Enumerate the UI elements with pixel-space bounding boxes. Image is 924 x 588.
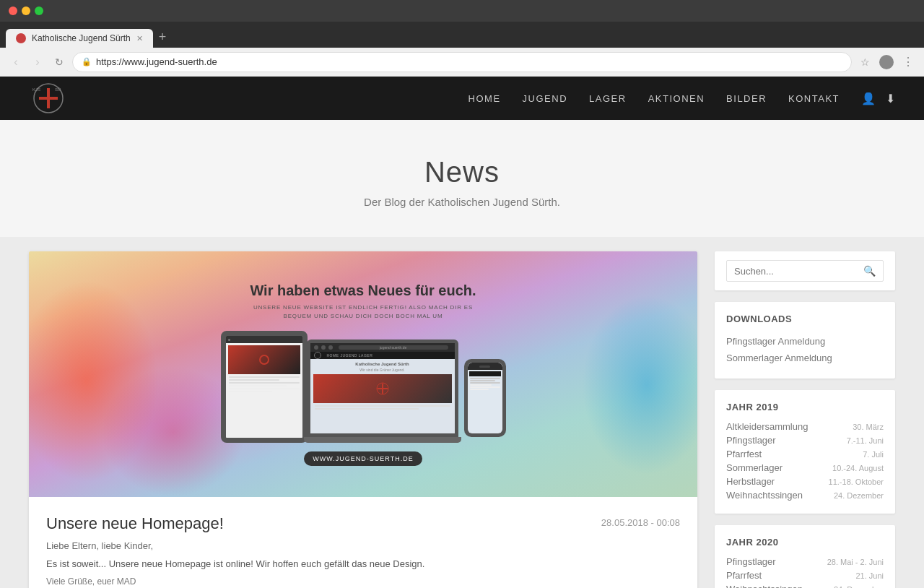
svg-text:KJS: KJS <box>32 87 40 92</box>
post-card: Wir haben etwas Neues für euch. UNSERE N… <box>29 251 697 588</box>
event-pfingstlager-2020[interactable]: Pfingstlager 28. Mai - 2. Juni <box>726 555 884 568</box>
phone-mockup <box>464 359 506 437</box>
device-mockups: jugend-suerth.de HOME JUGEND LAGER <box>221 331 506 443</box>
url-text: https://www.jugend-suerth.de <box>96 56 217 67</box>
download-nav-icon[interactable]: ⬇ <box>886 92 895 105</box>
event-altkleider[interactable]: Altkleidersammlung 30. März <box>726 420 884 433</box>
maximize-dot[interactable] <box>35 7 43 15</box>
event-name: Herbstlager <box>726 476 775 487</box>
event-name: Sommerlager <box>726 462 783 473</box>
nav-kontakt[interactable]: KONTAKT <box>788 93 840 104</box>
new-tab-icon[interactable]: + <box>153 30 173 45</box>
download-link-sommerlager[interactable]: Sommerlager Anmeldung <box>726 350 884 366</box>
page-header: News Der Blog der Katholischen Jugend Sü… <box>0 120 924 237</box>
menu-icon[interactable]: ⋮ <box>899 53 917 71</box>
event-name: Pfarrfest <box>726 570 762 581</box>
nav-aktionen[interactable]: AKTIONEN <box>648 93 705 104</box>
year-2020-widget: Jahr 2020 Pfingstlager 28. Mai - 2. Juni… <box>715 525 895 588</box>
tab-favicon <box>16 33 26 43</box>
download-link-pfingstlager[interactable]: Pfingstlager Anmeldung <box>726 333 884 350</box>
website: KJS SÜ HOME JUGEND LAGER AKTIONEN BILDER… <box>0 77 924 588</box>
nav-jugend[interactable]: JUGEND <box>523 93 567 104</box>
downloads-widget: Downloads Pfingstlager Anmeldung Sommerl… <box>715 302 895 379</box>
event-name: Weihnachtssingen <box>726 584 803 588</box>
event-pfarrfest-2020[interactable]: Pfarrfest 21. Juni <box>726 568 884 582</box>
year-2019-widget: Jahr 2019 Altkleidersammlung 30. März Pf… <box>715 390 895 514</box>
tab-close-icon[interactable]: ✕ <box>136 34 143 43</box>
search-box[interactable]: 🔍 <box>726 260 884 282</box>
event-name: Altkleidersammlung <box>726 421 808 432</box>
back-button[interactable]: ‹ <box>7 53 25 71</box>
tablet-mockup <box>221 331 308 443</box>
close-dot[interactable] <box>9 7 17 15</box>
nav-lager[interactable]: LAGER <box>589 93 627 104</box>
event-date: 24. Dezember <box>834 585 884 588</box>
browser-chrome <box>0 0 924 22</box>
post-intro: Liebe Eltern, liebe Kinder, <box>46 540 680 551</box>
lock-icon: 🔒 <box>82 57 92 66</box>
post-body: Unsere neue Homepage! 28.05.2018 - 00:08… <box>29 497 697 588</box>
search-icon[interactable]: 🔍 <box>863 265 876 277</box>
post-excerpt: Es ist soweit... Unsere neue Homepage is… <box>46 557 680 572</box>
active-tab[interactable]: Katholische Jugend Sürth ✕ <box>6 29 153 48</box>
event-weihnachtssingen-2020[interactable]: Weihnachtssingen 24. Dezember <box>726 582 884 588</box>
event-date: 7. Juli <box>863 450 884 459</box>
site-nav: KJS SÜ HOME JUGEND LAGER AKTIONEN BILDER… <box>0 77 924 120</box>
event-name: Pfingstlager <box>726 435 776 446</box>
hero-subtext: UNSERE NEUE WEBSITE IST ENDLICH FERTIG! … <box>248 303 479 321</box>
hero-text-block: Wir haben etwas Neues für euch. UNSERE N… <box>248 282 479 321</box>
browser-tab-bar: Katholische Jugend Sürth ✕ + <box>0 22 924 48</box>
event-pfarrfest-2019[interactable]: Pfarrfest 7. Juli <box>726 447 884 461</box>
event-sommerlager-2019[interactable]: Sommerlager 10.-24. August <box>726 461 884 475</box>
laptop-mockup-wrapper: jugend-suerth.de HOME JUGEND LAGER <box>304 340 461 443</box>
user-profile-icon[interactable]: 👤 <box>861 92 876 105</box>
year-2020-title: Jahr 2020 <box>726 537 884 548</box>
reload-button[interactable]: ↻ <box>51 53 68 71</box>
event-date: 11.-18. Oktober <box>829 477 884 486</box>
event-date: 30. März <box>853 423 884 431</box>
site-logo[interactable]: KJS SÜ <box>29 82 69 115</box>
nav-links: HOME JUGEND LAGER AKTIONEN BILDER KONTAK… <box>468 92 840 105</box>
laptop-base-part <box>304 437 461 443</box>
event-date: 24. Dezember <box>834 491 884 500</box>
page-subtitle: Der Blog der Katholischen Jugend Sürth. <box>14 196 910 208</box>
page-title: News <box>14 156 910 189</box>
user-icon[interactable] <box>878 53 895 71</box>
hero-heading: Wir haben etwas Neues für euch. <box>248 282 479 299</box>
post-date: 28.05.2018 - 00:08 <box>601 514 680 528</box>
nav-actions: 👤 ⬇ <box>861 92 895 105</box>
url-button[interactable]: WWW.JUGEND-SUERTH.DE <box>304 451 422 466</box>
event-date: 28. Mai - 2. Juni <box>827 558 884 566</box>
event-date: 7.-11. Juni <box>847 436 884 445</box>
post-featured-image: Wir haben etwas Neues für euch. UNSERE N… <box>29 251 697 497</box>
browser-toolbar: ‹ › ↻ 🔒 https://www.jugend-suerth.de ☆ ⋮ <box>0 48 924 77</box>
search-widget: 🔍 <box>715 251 895 290</box>
nav-home[interactable]: HOME <box>468 93 501 104</box>
event-herbstlager-2019[interactable]: Herbstlager 11.-18. Oktober <box>726 475 884 488</box>
year-2019-title: Jahr 2019 <box>726 402 884 412</box>
svg-text:SÜ: SÜ <box>55 87 61 92</box>
event-weihnachtssingen-2019[interactable]: Weihnachtssingen 24. Dezember <box>726 488 884 502</box>
content-area: Wir haben etwas Neues für euch. UNSERE N… <box>29 251 697 588</box>
nav-bilder[interactable]: BILDER <box>726 93 767 104</box>
event-pfingstlager-2019[interactable]: Pfingstlager 7.-11. Juni <box>726 433 884 447</box>
downloads-title: Downloads <box>726 314 884 324</box>
tab-title-text: Katholische Jugend Sürth <box>32 33 131 43</box>
bookmark-icon[interactable]: ☆ <box>856 53 873 71</box>
event-name: Weihnachtssingen <box>726 490 803 501</box>
event-date: 21. Juni <box>855 571 884 580</box>
forward-button[interactable]: › <box>29 53 46 71</box>
main-layout: Wir haben etwas Neues für euch. UNSERE N… <box>0 237 924 588</box>
laptop-screen-part: jugend-suerth.de HOME JUGEND LAGER <box>307 340 458 437</box>
post-title: Unsere neue Homepage! <box>46 514 224 533</box>
post-read-more[interactable]: Viele Grüße, euer MAD <box>46 576 680 587</box>
logo-svg: KJS SÜ <box>29 82 69 115</box>
search-input[interactable] <box>734 266 858 277</box>
sidebar: 🔍 Downloads Pfingstlager Anmeldung Somme… <box>715 251 895 588</box>
event-name: Pfingstlager <box>726 556 776 567</box>
minimize-dot[interactable] <box>22 7 30 15</box>
address-bar[interactable]: 🔒 https://www.jugend-suerth.de <box>72 52 852 72</box>
event-name: Pfarrfest <box>726 449 762 459</box>
event-date: 10.-24. August <box>832 464 884 472</box>
